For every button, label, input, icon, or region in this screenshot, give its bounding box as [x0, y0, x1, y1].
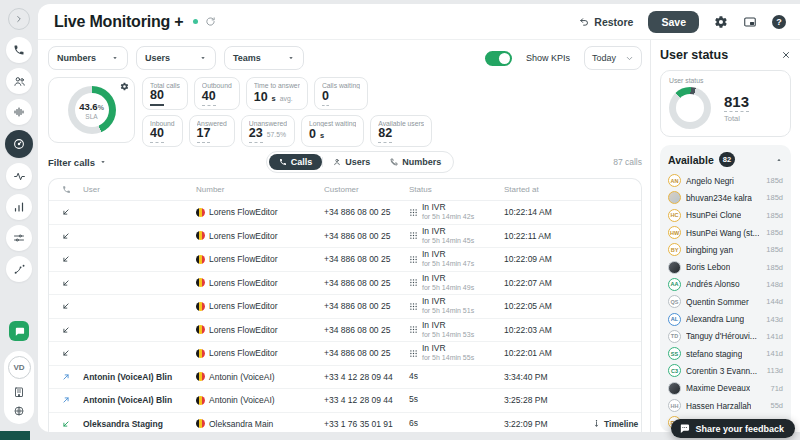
number-cell: Lorens FlowEditor — [196, 278, 324, 288]
popout-window-icon[interactable] — [743, 15, 757, 29]
gear-icon[interactable] — [714, 15, 728, 29]
user-list-item[interactable]: BY bingbing yan 185d — [668, 241, 783, 258]
kpi-value[interactable]: 23 — [249, 127, 263, 143]
total-users-value[interactable]: 813 — [724, 93, 749, 112]
tab-numbers[interactable]: Numbers — [380, 154, 451, 170]
status-cell: In IVR for 5h 14min 45s — [409, 227, 504, 245]
user-list-item[interactable]: HC HsunPei Clone 185d — [668, 207, 783, 224]
user-list-item[interactable]: TD Tanguy d'Hérouvi... 141d — [668, 328, 783, 345]
user-list-item[interactable]: AL Alexandra Lung 143d — [668, 310, 783, 327]
user-list-item[interactable]: HH Hassen Harzallah 55d — [668, 397, 783, 414]
number-cell: Lorens FlowEditor — [196, 301, 324, 311]
user-status-duration: 185d — [766, 211, 783, 220]
timeline-link[interactable]: Timeline — [592, 419, 641, 429]
call-direction-icon — [61, 301, 71, 311]
sla-label: SLA — [85, 113, 97, 120]
table-row[interactable]: Lorens FlowEditor +34 886 08 00 25 In IV… — [49, 295, 641, 319]
kpi-value[interactable]: 40 — [202, 90, 216, 106]
call-direction-icon — [61, 419, 71, 429]
user-list-item[interactable]: SS stefano staging 141d — [668, 345, 783, 362]
user-list-item[interactable]: QS Quentin Sommer 144d — [668, 293, 783, 310]
user-status-duration: 185d — [766, 263, 783, 272]
users-filter-dropdown[interactable]: Users — [136, 46, 216, 70]
calls-table: User Number Customer Status Started at — [48, 178, 642, 432]
table-row[interactable]: Antonin (VoiceAI) Blin Antonin (VoiceAI)… — [49, 389, 641, 413]
user-list-item[interactable]: bhuvan234e kalra 185d — [668, 189, 783, 206]
customer-cell: +33 4 12 28 09 44 — [324, 395, 409, 405]
numbers-filter-dropdown[interactable]: Numbers — [48, 46, 128, 70]
available-section: Available 82 AN Angelo Negri 185d bhuvan… — [660, 145, 791, 432]
table-row[interactable]: Lorens FlowEditor +34 886 08 00 25 In IV… — [49, 248, 641, 272]
kpi-value[interactable]: 40 — [150, 127, 164, 143]
sidebar-item-analytics[interactable] — [6, 194, 32, 220]
restore-button[interactable]: Restore — [579, 16, 633, 28]
table-row[interactable]: Lorens FlowEditor +34 886 08 00 25 In IV… — [49, 225, 641, 249]
belgium-flag-icon — [196, 325, 205, 334]
table-row[interactable]: Lorens FlowEditor +34 886 08 00 25 In IV… — [49, 201, 641, 225]
table-row[interactable]: Lorens FlowEditor +34 886 08 00 25 In IV… — [49, 272, 641, 296]
table-row[interactable]: Lorens FlowEditor +34 886 08 00 25 In IV… — [49, 342, 641, 366]
filter-calls-dropdown[interactable]: Filter calls — [48, 157, 107, 168]
kpi-value[interactable]: 0 — [322, 90, 329, 106]
help-icon[interactable]: ? — [772, 15, 786, 29]
kpi-section: 43.6% SLA Total calls 80 — [48, 77, 642, 143]
table-toolbar: Filter calls Calls Users Numbe — [48, 151, 642, 173]
user-list-item[interactable]: Boris Lebon 185d — [668, 258, 783, 275]
avatar[interactable]: VD — [8, 356, 31, 379]
period-select[interactable]: Today — [584, 46, 642, 70]
chevron-up-icon[interactable] — [775, 156, 783, 164]
kpi-value[interactable]: 0 — [309, 128, 316, 143]
user-list-item[interactable]: AA Andrés Alonso 148d — [668, 276, 783, 293]
user-list-item[interactable]: HW HsunPei Wang (st... 185d — [668, 224, 783, 241]
total-users-label: Total — [724, 114, 749, 123]
sidebar-item-activity[interactable] — [6, 163, 32, 189]
sidebar-item-live-monitoring[interactable] — [5, 130, 33, 158]
sidebar-item-users[interactable] — [6, 68, 32, 94]
sidebar-item-calls[interactable] — [6, 37, 32, 63]
kpi-value[interactable]: 80 — [150, 89, 164, 106]
share-feedback-button[interactable]: Share your feedback — [671, 419, 795, 438]
status-duration: for 5h 14min 45s — [422, 237, 474, 245]
user-list-item[interactable]: AN Angelo Negri 185d — [668, 172, 783, 189]
user-name: Tanguy d'Hérouvi... — [686, 331, 757, 341]
kpi-label: Longest waiting — [309, 120, 356, 127]
table-row[interactable]: Oleksandra Staging Oleksandra Main +33 1… — [49, 413, 641, 433]
teams-filter-dropdown[interactable]: Teams — [224, 46, 304, 70]
chat-bubble-icon — [679, 423, 690, 434]
phone-icon — [13, 44, 25, 56]
user-list-item[interactable]: Maxime Deveaux 71d — [668, 380, 783, 397]
call-direction-icon — [61, 348, 71, 358]
sidebar-item-settings-filters[interactable] — [6, 225, 32, 251]
sla-settings-gear-icon[interactable] — [120, 82, 129, 91]
timeline-icon — [592, 419, 601, 428]
user-list-item[interactable]: C3 Corentin 3 Evann... 113d — [668, 362, 783, 379]
kpi-value[interactable]: 10 — [254, 91, 268, 106]
chevron-down-icon — [287, 54, 295, 62]
kpi-label: Calls waiting — [322, 82, 360, 89]
sidebar-item-ivr[interactable] — [6, 99, 32, 125]
table-row[interactable]: Antonin (VoiceAI) Blin Antonin (VoiceAI)… — [49, 366, 641, 390]
show-kpis-toggle[interactable] — [485, 51, 512, 66]
keypad-grid-icon — [409, 231, 418, 240]
user-status-duration: 71d — [770, 384, 783, 393]
tab-calls[interactable]: Calls — [269, 154, 323, 170]
refresh-icon[interactable] — [205, 16, 216, 27]
customer-cell: +34 886 08 00 25 — [324, 325, 409, 335]
close-icon[interactable] — [781, 50, 791, 60]
sidebar-item-insights[interactable] — [6, 256, 32, 282]
kpi-value[interactable]: 82 — [378, 127, 392, 143]
sidebar-expand-button[interactable] — [8, 8, 30, 30]
table-row[interactable]: Lorens FlowEditor +34 886 08 00 25 In IV… — [49, 319, 641, 343]
save-button[interactable]: Save — [648, 11, 699, 33]
started-at-cell: 10:22:07 AM — [504, 278, 592, 288]
phone-icon — [390, 158, 398, 166]
left-sidebar: VD — [0, 0, 38, 440]
available-header[interactable]: Available 82 — [668, 152, 783, 167]
user-name: HsunPei Clone — [686, 210, 741, 220]
building-icon[interactable] — [13, 386, 25, 398]
kpi-value[interactable]: 17 — [197, 127, 211, 143]
tab-users[interactable]: Users — [323, 154, 380, 170]
globe-icon[interactable] — [13, 405, 25, 417]
col-customer: Customer — [324, 185, 409, 194]
workspace-app-icon[interactable] — [9, 321, 29, 341]
